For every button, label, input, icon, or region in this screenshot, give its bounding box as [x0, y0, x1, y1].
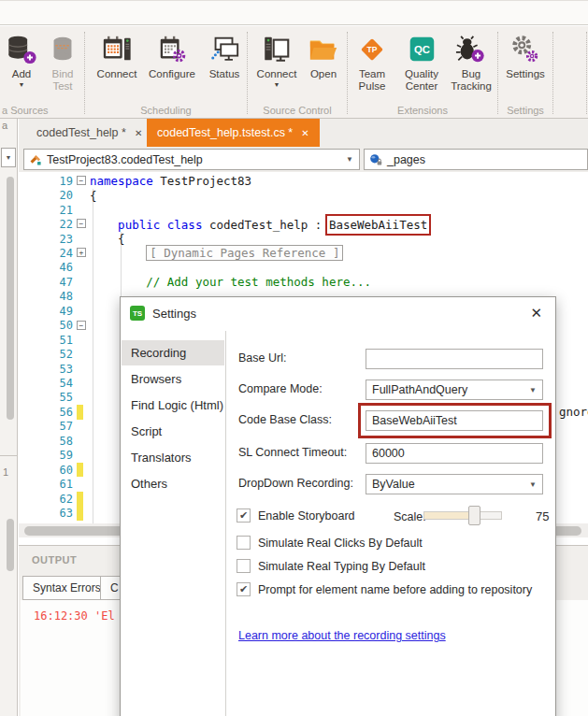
tab-syntax-errors[interactable]: Syntax Errors — [22, 576, 111, 600]
sl-connect-timeout--input[interactable]: 60000 — [366, 443, 543, 464]
bug-tracking-button[interactable]: Bug Tracking — [447, 34, 495, 93]
slider-fill — [424, 512, 473, 519]
line-number: 50 — [19, 319, 73, 332]
line-number: 46 — [19, 261, 73, 274]
code-text: public class codedTest_help : BaseWebAii… — [90, 218, 427, 232]
left-collapsed-panel: a ▼ 1 — [0, 119, 18, 716]
chevron-down-icon[interactable]: ▼ — [346, 155, 353, 164]
field-label: DropDown Recording: — [238, 477, 353, 490]
title-bar — [0, 0, 588, 25]
code-line: 19−namespace TestProject83 — [19, 174, 588, 188]
tab-codedtest-help-tstest-cs[interactable]: codedTest_help.tstest.cs * ✕ — [147, 119, 320, 147]
chevron-down-icon[interactable]: ▼ — [529, 386, 537, 394]
connect-button[interactable]: Connect — [93, 34, 141, 80]
tab-label: C — [110, 581, 119, 594]
line-number: 21 — [19, 204, 73, 217]
code-line: 46 — [19, 261, 588, 275]
field-label: Compare Mode: — [238, 382, 323, 395]
dropdown-arrow-icon[interactable]: ▼ — [274, 81, 280, 88]
base-url--input[interactable] — [366, 349, 543, 369]
settings-button[interactable]: Settings — [502, 34, 549, 80]
checkbox-label: Simulate Real Typing By Default — [258, 560, 425, 573]
ribbon-group-extensions: TPTeam PulseQCQuality CenterBug Tracking… — [348, 26, 497, 118]
ribbon-group-settings: SettingsSettings — [498, 26, 552, 118]
button-label: Configure — [149, 68, 195, 80]
left-scrollbar-thumb[interactable] — [7, 177, 14, 420]
cropped-text-fragment: 1 — [3, 466, 8, 478]
left-scrollbar-thumb[interactable] — [7, 519, 14, 571]
ribbon-toolbar: Add▼Bind Testa SourcesConnectConfigureSt… — [0, 26, 588, 119]
open-button[interactable]: Open — [304, 34, 343, 80]
editor-gutter — [73, 405, 90, 419]
close-icon[interactable]: ✕ — [530, 305, 542, 322]
checkbox-checked[interactable]: ✔ — [237, 508, 251, 523]
button-label: Connect — [257, 68, 297, 80]
close-icon[interactable]: ✕ — [301, 128, 308, 138]
add-button[interactable]: Add▼ — [2, 34, 41, 88]
tab-label: codedTest_help.tstest.cs * — [157, 126, 293, 139]
chevron-down-icon[interactable]: ▼ — [529, 480, 537, 489]
team-pulse-button[interactable]: TPTeam Pulse — [350, 34, 394, 93]
editor-gutter — [73, 376, 90, 390]
field-value: BaseWebAiiTest — [372, 414, 457, 427]
scale-slider[interactable] — [423, 511, 502, 520]
slider-thumb[interactable] — [468, 506, 480, 525]
class-icon — [29, 153, 42, 166]
code-base-class--input[interactable]: BaseWebAiiTest — [366, 410, 543, 431]
dialog-nav-script[interactable]: Script — [122, 419, 224, 444]
fold-toggle-icon[interactable]: − — [77, 219, 86, 228]
test-studio-icon: TS — [130, 306, 145, 321]
member-navigation-combo[interactable]: _pages — [364, 149, 588, 170]
collapsed-combo-arrow[interactable]: ▼ — [1, 148, 16, 167]
code-text: [ Dynamic Pages Reference ] — [90, 246, 343, 260]
editor-gutter: + — [73, 246, 90, 260]
class-navigation-combo[interactable]: TestProject83.codedTest_help ▼ — [23, 149, 360, 170]
bind-test-button: Bind Test — [43, 34, 82, 93]
tab-codedtest-help[interactable]: codedTest_help * ✕ — [26, 119, 152, 147]
compare-mode--dropdown[interactable]: FullPathAndQuery▼ — [366, 379, 543, 400]
dialog-nav-find-logic-html-[interactable]: Find Logic (Html) — [122, 393, 224, 418]
status-button[interactable]: Status — [204, 34, 245, 80]
ribbon-group-label: Extensions — [348, 105, 497, 116]
learn-more-link[interactable]: Learn more about the recording settings — [238, 629, 446, 642]
left-panel-divider — [0, 455, 18, 456]
editor-gutter — [73, 492, 90, 506]
dialog-nav-browsers[interactable]: Browsers — [122, 366, 224, 392]
line-number: 20 — [19, 189, 73, 202]
ribbon-group-label: a Sources — [2, 105, 84, 116]
source-connect-icon — [260, 34, 294, 65]
fold-toggle-icon[interactable]: − — [77, 176, 86, 185]
line-number: 53 — [19, 363, 73, 376]
field-label: Base Url: — [238, 351, 286, 365]
button-label: Settings — [506, 68, 545, 80]
configure-button[interactable]: Configure — [143, 34, 201, 80]
dialog-nav-translators[interactable]: Translators — [122, 445, 224, 470]
button-label: Bind Test — [51, 68, 73, 93]
editor-gutter: − — [73, 319, 90, 333]
button-label: Team Pulse — [359, 68, 386, 93]
checkbox-unchecked[interactable] — [237, 559, 251, 573]
checkbox-unchecked[interactable] — [237, 536, 251, 550]
dialog-nav-others[interactable]: Others — [122, 471, 224, 496]
svg-text:QC: QC — [414, 44, 430, 55]
checkbox-label: Enable Storyboard — [258, 509, 355, 523]
field-value: FullPathAndQuery — [372, 383, 467, 396]
dialog-nav-divider — [225, 331, 226, 716]
team-pulse-icon: TP — [355, 34, 389, 65]
button-label: Add — [12, 68, 31, 80]
editor-gutter — [73, 506, 90, 520]
fold-toggle-icon[interactable]: − — [77, 321, 86, 330]
connect-button[interactable]: Connect▼ — [253, 34, 300, 88]
change-marker — [77, 492, 83, 506]
dropdown-arrow-icon[interactable]: ▼ — [19, 81, 25, 88]
checkbox-row: Simulate Real Typing By Default — [237, 559, 425, 573]
close-icon[interactable]: ✕ — [135, 128, 142, 138]
button-label: Quality Center — [405, 68, 438, 93]
dialog-nav-recording[interactable]: Recording — [122, 340, 224, 365]
ribbon-group-label: Source Control — [248, 105, 347, 116]
checkbox-checked[interactable]: ✔ — [237, 582, 251, 596]
dropdown-recording--dropdown[interactable]: ByValue▼ — [366, 474, 543, 494]
fold-toggle-icon[interactable]: + — [77, 248, 86, 257]
editor-gutter — [73, 333, 90, 347]
quality-center-button[interactable]: QCQuality Center — [396, 34, 447, 93]
